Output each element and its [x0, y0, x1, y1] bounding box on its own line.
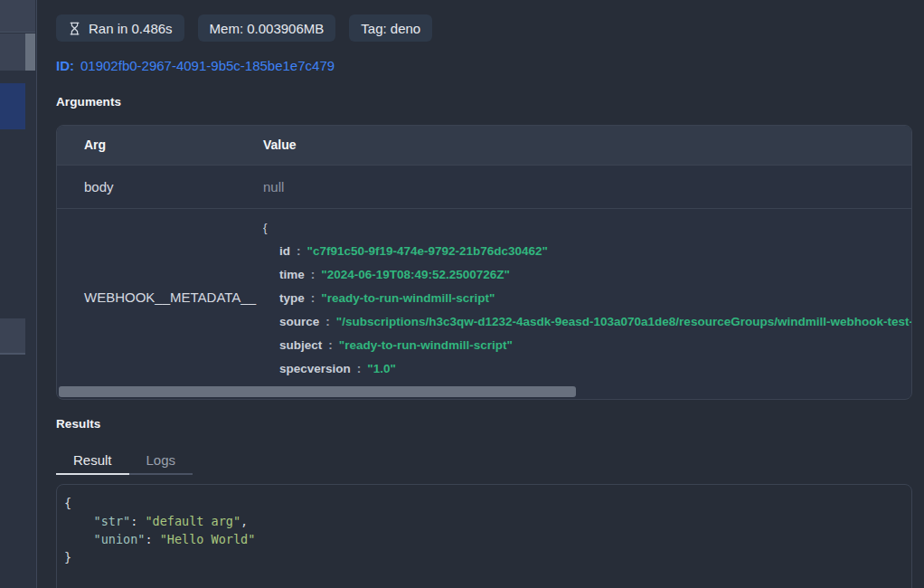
sidebar-item-selected[interactable] [0, 83, 25, 129]
column-header-arg: Arg [57, 126, 263, 165]
arguments-title: Arguments [56, 95, 121, 109]
json-entry: type:"ready-to-run-windmill-script" [263, 287, 911, 310]
sidebar-panel [0, 0, 37, 588]
result-json-viewer: { "str": "default arg", "union": "Hello … [56, 484, 912, 588]
code-line: } [64, 548, 904, 566]
hourglass-icon [68, 22, 81, 35]
horizontal-scrollbar [58, 385, 910, 398]
code-line: "union": "Hello World" [64, 530, 904, 548]
job-id-label: ID: [56, 58, 74, 73]
runtime-badge-label: Ran in 0.486s [89, 21, 173, 36]
sidebar-scrollbar-thumb[interactable] [25, 33, 35, 71]
json-entry: subject:"ready-to-run-windmill-script" [263, 334, 911, 357]
tab-result[interactable]: Result [56, 448, 129, 475]
horizontal-scrollbar-thumb[interactable] [59, 386, 576, 397]
tag-badge-label: Tag: deno [361, 21, 420, 36]
arguments-table-header: Arg Value [57, 126, 911, 166]
memory-badge: Mem: 0.003906MB [198, 14, 336, 42]
arg-name: body [57, 166, 263, 208]
run-badges: Ran in 0.486s Mem: 0.003906MB Tag: deno [56, 14, 432, 42]
code-line: "str": "default arg", [64, 512, 904, 530]
results-title: Results [56, 417, 100, 431]
arg-name: WEBHOOK__METADATA__ [57, 209, 263, 384]
json-entry: id:"c7f91c50-9f19-474e-9792-21b76dc30462… [263, 240, 911, 263]
json-open-brace: { [263, 216, 911, 240]
sidebar-list-item[interactable] [0, 318, 25, 355]
table-row: WEBHOOK__METADATA__ { id:"c7f91c50-9f19-… [57, 209, 911, 384]
tab-logs[interactable]: Logs [129, 448, 193, 475]
json-entries: id:"c7f91c50-9f19-474e-9792-21b76dc30462… [263, 240, 911, 381]
json-entry: time:"2024-06-19T08:49:52.2500726Z" [263, 263, 911, 287]
sidebar-list-item[interactable] [0, 0, 35, 33]
table-row: body null [57, 166, 911, 209]
arg-value-null: null [263, 166, 911, 208]
runtime-badge: Ran in 0.486s [56, 14, 184, 42]
arguments-table: Arg Value body null WEBHOOK__METADATA__ … [56, 125, 912, 400]
tag-badge: Tag: deno [349, 14, 432, 42]
metadata-json: { id:"c7f91c50-9f19-474e-9792-21b76dc304… [263, 209, 911, 384]
memory-badge-label: Mem: 0.003906MB [210, 21, 325, 36]
json-entry: specversion:"1.0" [263, 357, 911, 381]
column-header-value: Value [263, 126, 911, 165]
job-id-value[interactable]: 01902fb0-2967-4091-9b5c-185be1e7c479 [80, 58, 335, 73]
json-entry: source:"/subscriptions/h3c3qw-d1232-4asd… [263, 310, 911, 334]
code-line: { [64, 494, 904, 512]
job-id-line: ID:01902fb0-2967-4091-9b5c-185be1e7c479 [56, 58, 335, 73]
results-tabs: Result Logs [56, 448, 193, 475]
